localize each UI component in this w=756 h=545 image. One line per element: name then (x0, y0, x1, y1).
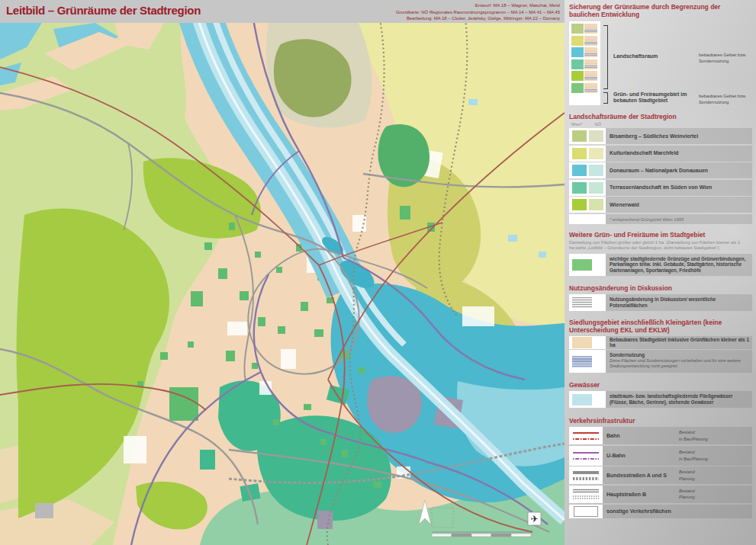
color-swatch (571, 47, 584, 57)
legend-row-label: Kulturlandschaft Marchfeld (606, 146, 752, 162)
line-sample-bundesstrasse (569, 466, 603, 484)
legend-section-title-landschaftsraeume: Landschaftsräume der Stadtregion (569, 113, 752, 120)
legend-row-label: Bahn (606, 433, 679, 438)
legend-row-label: Bundesstraßen A und S (606, 473, 679, 478)
legend-section-title-sicherung: Sicherung der Grünräume durch Begrenzung… (569, 3, 729, 18)
legend-row: wichtige stadtgliedernde Grünzüge und Gr… (569, 254, 752, 277)
status-planung: Planung (679, 476, 695, 482)
color-swatch (571, 24, 584, 34)
color-swatch (571, 83, 584, 93)
group-bracket (603, 25, 608, 89)
legend-row: Hauptstraßen B BestandPlanung (569, 486, 752, 503)
top-bar: Leitbild – Grünräume der Stadtregion Ent… (0, 0, 565, 23)
pattern-swatch (584, 47, 597, 57)
noe-swatch (589, 165, 603, 176)
status-bestand: Bestand (679, 469, 695, 475)
legend-row: U-Bahn Bestandin Bau/Planung (569, 446, 752, 466)
legend-row-label: Wienerwald (606, 197, 752, 213)
area-sample-verkehrsflaechen (569, 505, 603, 518)
color-swatch-water (572, 394, 592, 406)
swatch-column (569, 21, 600, 105)
status-planung: in Bau/Planung (679, 456, 708, 462)
legend-section-title-siedlung: Siedlungsgebiet einschließlich Kleingärt… (569, 319, 737, 334)
wien-swatch (572, 148, 587, 159)
legend-row: sonstige Verkehrsflächen (569, 505, 752, 518)
status-bestand: Bestand (679, 488, 695, 494)
legend-section-title-verkehr: Verkehrsinfrastruktur (569, 417, 752, 425)
column-headers: Wien* NÖ (571, 122, 752, 127)
credits-line: Bearbeitung: MA 18 – Clotter, Jedelsky, … (396, 15, 560, 22)
legend-row-label: sonstige Verkehrsflächen (606, 508, 671, 514)
legend-row: stadtraum- bzw. landschaftsgliedernde Fl… (569, 391, 752, 408)
noe-swatch (589, 148, 603, 159)
svg-text:✈: ✈ (530, 514, 538, 524)
color-swatch (571, 59, 584, 69)
wien-swatch (572, 182, 587, 194)
group-bracket (603, 92, 608, 104)
leitbild-map-sheet: Leitbild – Grünräume der Stadtregion Ent… (0, 0, 756, 545)
line-sample-ubahn (569, 446, 603, 466)
col-noe: NÖ (595, 122, 601, 127)
legend-row-label: stadtraum- bzw. landschaftsgliedernde Fl… (606, 391, 752, 408)
status-planung: Planung (679, 494, 695, 500)
legend-row: Wienerwald (569, 197, 752, 213)
group-note: bebaubares Gebiet bzw. Sondernutzung (699, 93, 754, 105)
wien-swatch (572, 199, 587, 210)
legend-note: Darstellung von Flächen größer oder glei… (569, 240, 741, 251)
legend-footnote: * entsprechend Grüngürtel Wien 1995 (606, 214, 752, 224)
noe-swatch (589, 182, 603, 194)
legend-row-label: Hauptstraßen B (606, 492, 679, 497)
line-sample-hauptstrasse (569, 486, 603, 503)
noe-swatch (589, 130, 603, 142)
legend-row-label: Terrassenlandschaft im Süden von Wien (606, 180, 752, 196)
map-canvas: ✈ (0, 23, 565, 545)
airport-icon: ✈ (528, 512, 541, 525)
legend-row: Nutzungsänderung in Diskussion/ wesentli… (569, 294, 752, 311)
legend-row: Sondernutzung Diese Flächen sind Sondern… (569, 350, 752, 373)
legend-row-label: Bisamberg – Südliches Weinviertel (606, 128, 752, 144)
pattern-swatch (584, 59, 597, 69)
legend-section-title-nutzung: Nutzungsänderung in Diskussion (569, 284, 752, 292)
pattern-swatch (584, 71, 597, 81)
legend-row: Terrassenlandschaft im Süden von Wien (569, 180, 752, 196)
legend-row-label: Nutzungsänderung in Diskussion/ wesentli… (606, 294, 752, 311)
status-bestand: Bestand (679, 429, 708, 435)
page-title: Leitbild – Grünräume der Stadtregion (6, 4, 201, 17)
col-wien: Wien* (571, 122, 583, 127)
legend-section-title-weitere: Weitere Grün- und Freiräume im Stadtgebi… (569, 231, 752, 239)
city-map: ✈ (0, 23, 565, 545)
credits-line: Grundkarte: NÖ Regionales Raumordnungspr… (396, 9, 560, 16)
legend-row-note: Diese Flächen sind Sondernutzungen vorbe… (610, 358, 751, 368)
credits-line: Entwurf: MA 18 – Wagner, Maschat, Meisl (396, 2, 560, 9)
legend-panel: Sicherung der Grünräume durch Begrenzung… (565, 0, 756, 545)
credits-block: Entwurf: MA 18 – Wagner, Maschat, Meisl … (396, 2, 560, 22)
legend-section-sicherung: Landschaftsraum bebaubares Gebiet bzw. S… (569, 21, 752, 108)
legend-section-verkehr: Bahn Bestandin Bau/Planung U-Bahn Bestan… (569, 427, 752, 518)
line-sample-bahn (569, 427, 603, 444)
legend-section-landschaftsraeume: Bisamberg – Südliches Weinviertel Kultur… (569, 128, 752, 224)
group-note: bebaubares Gebiet bzw. Sondernutzung (699, 52, 754, 64)
legend-row-label: U-Bahn (606, 453, 679, 458)
color-swatch (571, 36, 584, 46)
legend-row: Bisamberg – Südliches Weinviertel (569, 128, 752, 144)
status-planung: in Bau/Planung (679, 436, 708, 442)
legend-row-label: wichtige stadtgliedernde Grünzüge und Gr… (606, 254, 752, 277)
legend-row: Bundesstraßen A und S BestandPlanung (569, 466, 752, 484)
pattern-swatch-diskussion (572, 297, 592, 308)
legend-row-label: Sondernutzung (610, 352, 751, 358)
status-bestand: Bestand (679, 449, 708, 455)
legend-row: Bahn Bestandin Bau/Planung (569, 427, 752, 444)
pattern-swatch (584, 24, 597, 34)
noe-swatch (589, 199, 603, 210)
pattern-swatch-sondernutzung (572, 356, 592, 367)
color-swatch (572, 337, 592, 348)
legend-footnote-row: * entsprechend Grüngürtel Wien 1995 (569, 214, 752, 224)
wien-swatch (572, 130, 587, 142)
pattern-swatch (584, 36, 597, 46)
landuse-layer (0, 23, 565, 545)
color-swatch (571, 71, 584, 81)
legend-section-title-gewaesser: Gewässer (569, 381, 752, 389)
legend-row-label: Donauraum – Nationalpark Donauauen (606, 162, 752, 178)
legend-row: Bebaubares Stadtgebiet inklusive Grünflä… (569, 336, 752, 349)
legend-row: Donauraum – Nationalpark Donauauen (569, 162, 752, 178)
